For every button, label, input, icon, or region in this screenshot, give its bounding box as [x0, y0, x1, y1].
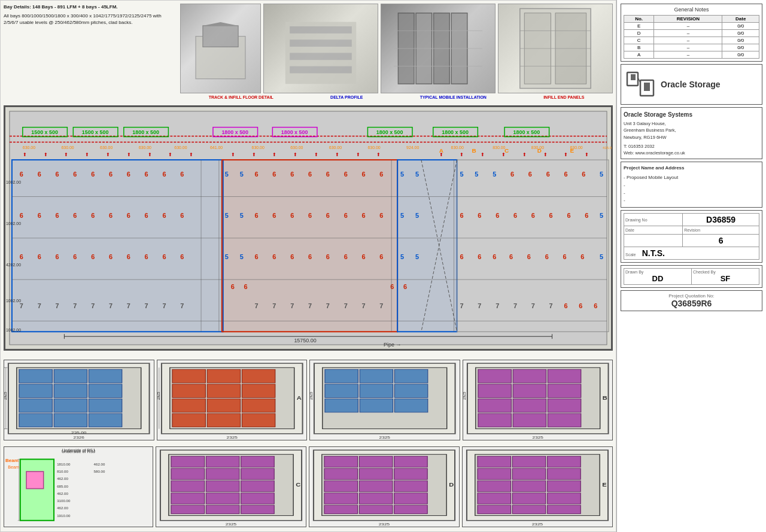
svg-rect-87	[12, 160, 223, 332]
svg-text:630.00: 630.00	[329, 145, 342, 150]
svg-rect-349	[324, 493, 358, 504]
svg-text:7: 7	[361, 302, 365, 309]
svg-rect-351	[394, 493, 428, 504]
svg-rect-330	[171, 493, 205, 504]
bay-details-text: Bay Details: 148 Bays - 891 LFM + 8 bays…	[4, 4, 171, 26]
svg-text:2325: 2325	[379, 522, 390, 527]
svg-text:⬆: ⬆	[585, 152, 589, 157]
svg-text:5: 5	[225, 212, 229, 219]
project-label: Project Name and Address	[624, 165, 759, 172]
photo-mobile	[381, 4, 496, 93]
svg-rect-89	[397, 160, 457, 332]
svg-rect-259	[172, 384, 205, 398]
svg-text:641.00: 641.00	[210, 145, 223, 150]
svg-rect-352	[324, 505, 358, 513]
svg-rect-379	[644, 83, 650, 91]
svg-rect-343	[324, 469, 358, 479]
svg-text:5: 5	[415, 254, 419, 261]
svg-rect-280	[325, 399, 358, 412]
svg-text:2325: 2325	[532, 435, 543, 440]
svg-text:7: 7	[91, 302, 95, 309]
svg-rect-368	[478, 493, 511, 504]
svg-rect-340	[324, 456, 358, 467]
elevations-row-1: 1925 2326 235.00 1925	[4, 360, 613, 440]
svg-text:5: 5	[600, 254, 603, 261]
svg-rect-335	[241, 505, 275, 513]
svg-text:6: 6	[272, 254, 276, 261]
svg-text:6: 6	[180, 171, 184, 178]
revision-label-cell: Revision	[683, 226, 759, 235]
quotation-label: Project Quotation No:	[624, 293, 759, 299]
photos-row	[180, 4, 613, 93]
svg-rect-371	[478, 505, 511, 513]
svg-text:⬆: ⬆	[272, 152, 276, 157]
svg-text:7: 7	[73, 302, 77, 309]
svg-text:6: 6	[272, 212, 276, 219]
company-info-section: Oracle Storage Systems Unit 3 Galaxy Hou…	[621, 107, 762, 159]
svg-text:1800 x 500: 1800 x 500	[442, 129, 469, 135]
project-dash2: -	[624, 190, 759, 197]
svg-rect-1	[203, 26, 238, 47]
svg-rect-264	[242, 399, 275, 412]
svg-rect-327	[171, 481, 205, 491]
svg-text:630.00: 630.00	[174, 145, 187, 150]
svg-rect-359	[478, 456, 511, 467]
svg-text:6: 6	[145, 212, 148, 219]
svg-rect-277	[325, 384, 358, 398]
svg-text:6: 6	[162, 171, 166, 178]
svg-rect-281	[360, 399, 393, 412]
svg-rect-5	[290, 39, 352, 47]
svg-rect-266	[207, 414, 240, 427]
svg-text:1002.00: 1002.00	[6, 221, 21, 226]
svg-text:6: 6	[20, 171, 23, 178]
svg-text:1925: 1925	[4, 392, 8, 400]
svg-text:D: D	[449, 482, 454, 488]
svg-text:630.00: 630.00	[100, 145, 113, 150]
svg-text:⬆: ⬆	[106, 152, 110, 157]
svg-text:2325: 2325	[226, 435, 237, 440]
svg-rect-373	[548, 505, 581, 513]
svg-marker-2	[203, 22, 238, 26]
svg-text:6: 6	[594, 302, 597, 309]
svg-rect-294	[513, 399, 546, 412]
date-label: Date	[624, 226, 683, 235]
svg-text:⬆: ⬆	[64, 152, 68, 157]
svg-text:7: 7	[255, 302, 259, 309]
svg-text:15750.00: 15750.00	[294, 338, 316, 343]
svg-text:7: 7	[531, 302, 535, 309]
svg-rect-363	[512, 469, 546, 479]
sidebar: General Notes No. REVISION Date E–0/0 D–…	[616, 0, 766, 532]
svg-rect-345	[394, 469, 428, 479]
svg-text:6: 6	[496, 212, 499, 219]
svg-text:6: 6	[549, 212, 553, 219]
svg-rect-366	[512, 481, 546, 491]
svg-text:6: 6	[109, 254, 113, 261]
svg-rect-324	[171, 469, 205, 479]
quotation-section: Project Quotation No: Q36859R6	[621, 290, 762, 311]
svg-text:6: 6	[127, 212, 130, 219]
svg-text:6: 6	[127, 171, 130, 178]
svg-rect-292	[548, 384, 580, 398]
company-info: Oracle Storage Systems Unit 3 Galaxy Hou…	[624, 110, 759, 156]
svg-text:1002.00: 1002.00	[6, 180, 21, 184]
svg-text:630.00: 630.00	[367, 145, 380, 150]
svg-text:6: 6	[255, 254, 259, 261]
svg-rect-238	[89, 369, 121, 383]
svg-rect-348	[394, 481, 428, 491]
svg-rect-274	[325, 369, 358, 383]
svg-rect-360	[512, 456, 546, 467]
elevation-A: 1925 A 2325	[157, 360, 308, 440]
svg-rect-256	[172, 369, 205, 383]
table-row: D–0/0	[624, 30, 759, 37]
svg-rect-267	[242, 414, 275, 427]
svg-rect-293	[478, 399, 510, 412]
svg-text:6: 6	[91, 254, 95, 261]
svg-rect-236	[19, 369, 52, 383]
svg-text:5: 5	[600, 212, 603, 219]
svg-text:6: 6	[580, 254, 584, 261]
svg-rect-275	[360, 369, 393, 383]
svg-rect-279	[394, 384, 427, 398]
oracle-storage-icon	[626, 69, 656, 99]
svg-text:6: 6	[145, 171, 148, 178]
svg-text:5: 5	[240, 171, 244, 178]
